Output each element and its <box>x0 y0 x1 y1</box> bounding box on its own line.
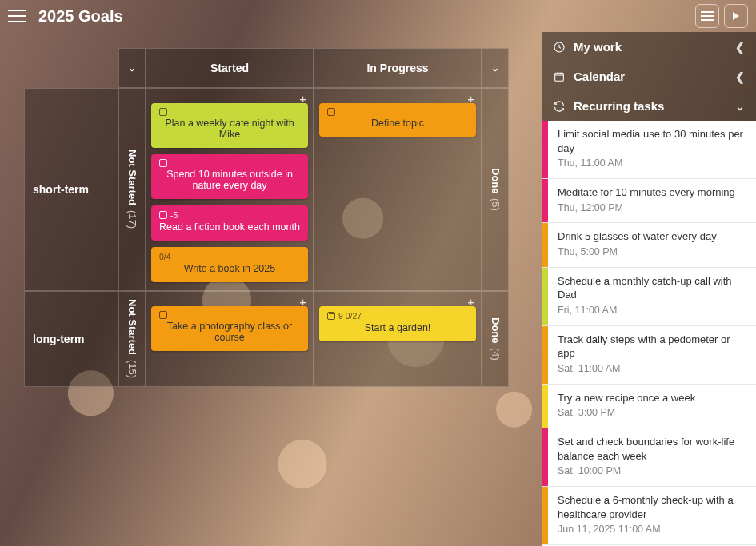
card-title: Define topic <box>327 118 468 129</box>
play-button[interactable] <box>724 4 748 28</box>
recurring-task[interactable]: Try a new recipe once a weekSat, 3:00 PM <box>542 385 756 428</box>
row-short-term[interactable]: short-term <box>24 88 118 291</box>
calendar-icon <box>553 70 566 83</box>
card-title: Write a book in 2025 <box>159 263 300 274</box>
task-color-stripe <box>542 385 548 428</box>
task-color-stripe <box>542 487 548 544</box>
task-color-stripe <box>542 179 548 222</box>
card-title: Plan a weekly date night with Mike <box>159 118 300 140</box>
recurring-task[interactable]: Schedule a monthly catch-up call with Da… <box>542 268 756 326</box>
refresh-icon <box>553 100 566 113</box>
calendar-icon <box>159 311 167 319</box>
card-meta: 9 0/27 <box>338 311 362 321</box>
chevron-down-icon: ⌄ <box>128 62 136 74</box>
task-color-stripe <box>542 326 548 384</box>
kanban-card[interactable]: -5Read a fiction book each month <box>151 205 308 241</box>
recurring-task[interactable]: Drink 5 glasses of water every dayThu, 5… <box>542 223 756 267</box>
task-time: Thu, 5:00 PM <box>558 245 717 259</box>
card-title: Read a fiction book each month <box>159 221 300 233</box>
kanban-card[interactable]: Define topic <box>319 103 476 137</box>
short-done-collapsed[interactable]: Done(5) <box>482 88 509 291</box>
calendar-icon <box>327 312 335 320</box>
side-section-my-work[interactable]: My work ❮ <box>542 32 756 62</box>
long-done-collapsed[interactable]: Done(4) <box>482 291 509 387</box>
column-done-collapsed[interactable]: ⌄ <box>482 48 509 88</box>
cell-short-in-progress: + Define topic <box>314 88 482 291</box>
cell-long-in-progress: + 9 0/27Start a garden! <box>314 291 482 387</box>
recurring-task[interactable]: Track daily steps with a pedometer or ap… <box>542 326 756 385</box>
topbar: 2025 Goals <box>0 0 756 32</box>
recurring-task[interactable]: Schedule a 6-monthly check-up with a hea… <box>542 487 756 545</box>
board: ⌄ Started In Progress ⌄ short-term Not S… <box>0 32 542 546</box>
card-meta: 0/4 <box>159 252 171 261</box>
kanban-card[interactable]: 0/4Write a book in 2025 <box>151 247 308 282</box>
side-section-recurring[interactable]: Recurring tasks ⌄ <box>542 91 756 121</box>
calendar-icon <box>327 108 335 116</box>
column-not-started-collapsed[interactable]: ⌄ <box>118 48 146 88</box>
cell-long-started: + Take a photography class or course <box>146 291 314 387</box>
calendar-icon <box>159 159 167 167</box>
kanban-card[interactable]: Take a photography class or course <box>151 306 308 351</box>
task-title: Limit social media use to 30 minutes per… <box>558 127 746 155</box>
task-title: Set and check boundaries for work-life b… <box>558 435 746 463</box>
task-title: Schedule a monthly catch-up call with Da… <box>558 274 746 302</box>
calendar-icon <box>159 211 167 219</box>
chevron-left-icon: ❮ <box>735 41 745 54</box>
task-time: Jun 11, 2025 11:00 AM <box>558 523 746 536</box>
kanban-card[interactable]: Spend 10 minutes outside in nature every… <box>151 154 308 199</box>
page-title: 2025 Goals <box>38 7 690 26</box>
task-time: Fri, 11:00 AM <box>558 304 746 317</box>
list-view-button[interactable] <box>695 4 719 28</box>
clock-icon <box>553 41 566 54</box>
card-title: Take a photography class or course <box>159 321 300 343</box>
task-title: Track daily steps with a pedometer or ap… <box>558 333 746 361</box>
long-not-started-collapsed[interactable]: Not Started(15) <box>118 291 146 387</box>
svg-rect-1 <box>555 73 564 81</box>
chevron-left-icon: ❮ <box>735 70 745 83</box>
task-color-stripe <box>542 121 548 178</box>
short-not-started-collapsed[interactable]: Not Started(17) <box>118 88 146 291</box>
side-section-calendar[interactable]: Calendar ❮ <box>542 62 756 91</box>
card-title: Start a garden! <box>327 322 468 333</box>
recurring-task-list: Limit social media use to 30 minutes per… <box>542 121 756 546</box>
row-long-term[interactable]: long-term <box>24 291 118 387</box>
calendar-icon <box>159 108 167 116</box>
card-title: Spend 10 minutes outside in nature every… <box>159 169 300 191</box>
task-title: Try a new recipe once a week <box>558 391 695 405</box>
task-title: Drink 5 glasses of water every day <box>558 229 717 244</box>
task-color-stripe <box>542 428 548 486</box>
task-time: Thu, 11:00 AM <box>558 157 746 170</box>
task-color-stripe <box>542 268 548 325</box>
column-in-progress[interactable]: In Progress <box>314 48 482 88</box>
task-title: Schedule a 6-monthly check-up with a hea… <box>558 493 746 521</box>
recurring-task[interactable]: Limit social media use to 30 minutes per… <box>542 121 756 179</box>
task-title: Meditate for 10 minutes every morning <box>558 185 735 200</box>
menu-icon[interactable] <box>8 10 26 22</box>
recurring-task[interactable]: Meditate for 10 minutes every morningThu… <box>542 179 756 223</box>
task-time: Thu, 12:00 PM <box>558 201 735 215</box>
card-meta: -5 <box>170 210 178 220</box>
task-time: Sat, 10:00 PM <box>558 464 746 478</box>
recurring-task[interactable]: Set and check boundaries for work-life b… <box>542 428 756 487</box>
task-color-stripe <box>542 223 548 266</box>
kanban-card[interactable]: Plan a weekly date night with Mike <box>151 103 308 148</box>
cell-short-started: + Plan a weekly date night with MikeSpen… <box>146 88 314 291</box>
kanban-card[interactable]: 9 0/27Start a garden! <box>319 306 476 341</box>
chevron-down-icon: ⌄ <box>735 100 745 113</box>
task-time: Sat, 11:00 AM <box>558 362 746 376</box>
side-panel: My work ❮ Calendar ❮ Recurring tasks ⌄ L… <box>542 32 756 546</box>
task-time: Sat, 3:00 PM <box>558 406 695 420</box>
chevron-down-icon: ⌄ <box>491 62 499 74</box>
column-started[interactable]: Started <box>146 48 314 88</box>
